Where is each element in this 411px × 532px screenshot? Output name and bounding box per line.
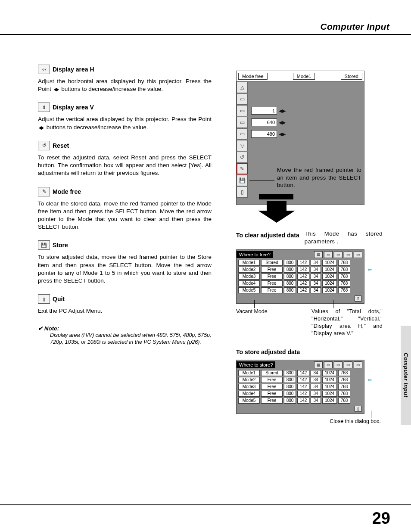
table-cell: 800 bbox=[284, 377, 296, 383]
table-cell: 800 bbox=[284, 391, 296, 397]
panel-quit-icon[interactable]: ▯ bbox=[237, 187, 248, 198]
row-pointer-arrow-icon: ⬅ bbox=[367, 267, 372, 273]
vacant-mode-text: Vacant Mode bbox=[236, 308, 268, 314]
table-cell: 800 bbox=[284, 280, 296, 286]
table-cell: 800 bbox=[284, 370, 296, 376]
table-row[interactable]: Mode1Stored800142341024768 bbox=[237, 370, 364, 376]
table-cell: Mode5 bbox=[238, 287, 260, 293]
table-cell: 768 bbox=[338, 260, 350, 266]
table-cell: 142 bbox=[297, 377, 309, 383]
table-cell: Free bbox=[261, 280, 283, 286]
section-title-dv: Display area V bbox=[53, 104, 94, 111]
table-row[interactable]: Mode4Free800142341024768 bbox=[237, 280, 364, 287]
col-icon-4: ▭ bbox=[344, 361, 352, 368]
panel-store-icon[interactable]: 💾 bbox=[237, 175, 248, 186]
svg-marker-0 bbox=[258, 201, 295, 223]
table-cell: 800 bbox=[284, 267, 296, 273]
value-1-arrows-icon[interactable]: ◀▶ bbox=[279, 108, 286, 114]
values-annotation-text: Values of "Total dots," "Horizontal," "V… bbox=[311, 308, 383, 336]
table-cell: 1024 bbox=[322, 274, 337, 280]
table-cell: 800 bbox=[284, 287, 296, 293]
table-cell: 1024 bbox=[322, 287, 337, 293]
scroll-up-icon[interactable]: △ bbox=[237, 82, 248, 93]
store-table-title: Where to store? bbox=[237, 361, 275, 368]
panel-reset-icon[interactable]: ↺ bbox=[237, 152, 248, 163]
table-cell: 34 bbox=[311, 391, 321, 397]
value-1[interactable]: 1 bbox=[251, 107, 277, 115]
close-note-text: Close this dialog box. bbox=[330, 418, 381, 424]
table-cell: Free bbox=[261, 274, 283, 280]
value-3[interactable]: 480 bbox=[251, 130, 277, 138]
table-row[interactable]: Mode5Free800142341024768 bbox=[237, 287, 364, 294]
free-table-quit-icon[interactable]: ▯ bbox=[355, 296, 361, 302]
table-cell: 1024 bbox=[322, 370, 337, 376]
pc-adjust-panel: Mode free Mode1 Stored △ ▭ ▭ ▭ ▭ ▽ ↺ ✎ 💾… bbox=[236, 71, 364, 205]
table-row[interactable]: Mode1Stored800142341024768 bbox=[237, 259, 364, 266]
store-section-title: To store adjusted data bbox=[236, 348, 383, 355]
panel-icon-3[interactable]: ▭ bbox=[237, 117, 248, 128]
row-pointer-arrow-icon: ⬅ bbox=[367, 377, 372, 383]
table-cell: 34 bbox=[311, 384, 321, 390]
table-cell: Free bbox=[261, 377, 283, 383]
panel-instruction: Move the red framed pointer to an item a… bbox=[277, 166, 361, 189]
table-cell: 1024 bbox=[322, 280, 337, 286]
table-cell: Free bbox=[261, 267, 283, 273]
table-cell: 34 bbox=[311, 377, 321, 383]
table-row[interactable]: Mode5Free800142341024768 bbox=[237, 397, 364, 404]
table-cell: 768 bbox=[338, 280, 350, 286]
store-icon: 💾 bbox=[38, 240, 50, 250]
table-cell: 142 bbox=[297, 391, 309, 397]
left-right-arrow-icon: ◀▶ bbox=[39, 124, 44, 131]
table-cell: 142 bbox=[297, 287, 309, 293]
scroll-down-icon[interactable]: ▽ bbox=[237, 140, 248, 151]
highlight-bar bbox=[259, 194, 293, 199]
table-cell: 34 bbox=[311, 370, 321, 376]
table-cell: 768 bbox=[338, 377, 350, 383]
display-area-v-icon: ⇕ bbox=[38, 103, 50, 112]
table-cell: 800 bbox=[284, 398, 296, 404]
table-cell: 142 bbox=[297, 398, 309, 404]
table-cell: 34 bbox=[311, 274, 321, 280]
store-table-quit-icon[interactable]: ▯ bbox=[355, 406, 361, 412]
table-row[interactable]: Mode3Free800142341024768 bbox=[237, 383, 364, 390]
panel-icon-1[interactable]: ▭ bbox=[237, 93, 248, 105]
table-cell: 142 bbox=[297, 260, 309, 266]
table-cell: Free bbox=[261, 398, 283, 404]
panel-icon-2[interactable]: ▭ bbox=[237, 105, 248, 116]
table-cell: 768 bbox=[338, 267, 350, 273]
bottom-rule bbox=[0, 504, 411, 505]
col-icon-2: ▭ bbox=[324, 251, 333, 258]
tab-mode1[interactable]: Mode1 bbox=[293, 73, 315, 80]
col-icon-5: ▭ bbox=[354, 251, 362, 258]
table-cell: Mode3 bbox=[238, 384, 260, 390]
table-row[interactable]: Mode2Free800142341024768⬅ bbox=[237, 266, 364, 273]
col-icon-3: ▭ bbox=[334, 361, 342, 368]
clear-title: To clear adjusted data bbox=[236, 230, 299, 239]
vacant-mode-label: Vacant Mode bbox=[236, 308, 279, 337]
table-cell: Stored bbox=[261, 260, 283, 266]
table-row[interactable]: Mode3Free800142341024768 bbox=[237, 273, 364, 280]
panel-mode-free-icon[interactable]: ✎ bbox=[237, 163, 248, 174]
left-right-arrow-icon: ◀▶ bbox=[54, 86, 59, 93]
tab-stored[interactable]: Stored bbox=[341, 73, 362, 80]
table-cell: 1024 bbox=[322, 384, 337, 390]
table-cell: Mode5 bbox=[238, 398, 260, 404]
col-icon-1: ▦ bbox=[314, 251, 323, 258]
table-cell: 142 bbox=[297, 267, 309, 273]
table-cell: 1024 bbox=[322, 267, 337, 273]
dv-body-b: buttons to decrease/increase the value. bbox=[45, 124, 148, 131]
value-3-arrows-icon[interactable]: ◀▶ bbox=[279, 131, 286, 137]
table-row[interactable]: Mode4Free800142341024768 bbox=[237, 390, 364, 397]
value-2[interactable]: 640 bbox=[251, 118, 277, 126]
mode-free-icon: ✎ bbox=[38, 187, 50, 196]
where-to-store-table: Where to store? ▦ ▭ ▭ ▭ ▭ Mode1Stored800… bbox=[236, 360, 364, 414]
section-body-mf: To clear the stored data, move the red f… bbox=[38, 200, 212, 231]
values-annotation: Values of "Total dots," "Horizontal," "V… bbox=[311, 308, 383, 337]
page-number: 29 bbox=[372, 509, 390, 528]
table-cell: 1024 bbox=[322, 377, 337, 383]
tab-mode-free[interactable]: Mode free bbox=[238, 73, 268, 80]
value-2-arrows-icon[interactable]: ◀▶ bbox=[279, 120, 286, 125]
panel-icon-4[interactable]: ▭ bbox=[237, 128, 248, 140]
table-cell: 768 bbox=[338, 384, 350, 390]
table-row[interactable]: Mode2Free800142341024768⬅ bbox=[237, 376, 364, 383]
